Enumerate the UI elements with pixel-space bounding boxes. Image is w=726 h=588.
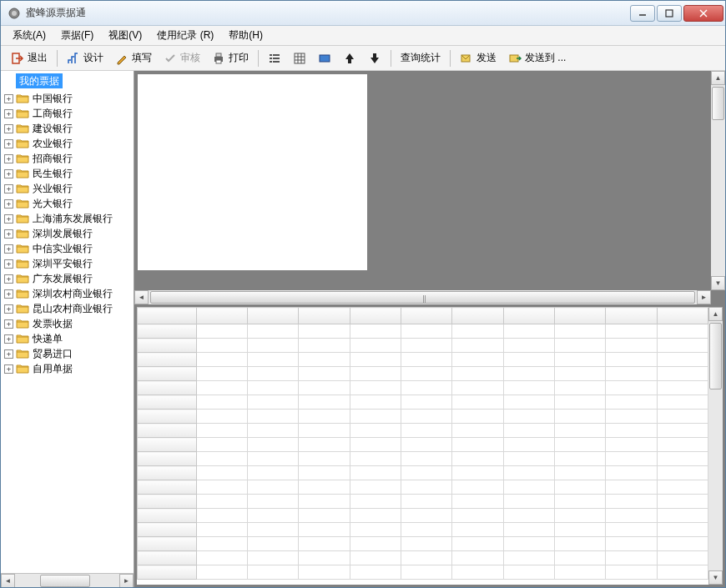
cell[interactable] bbox=[657, 466, 708, 480]
cell[interactable] bbox=[248, 565, 299, 580]
cell[interactable] bbox=[248, 339, 299, 353]
expand-icon[interactable]: + bbox=[4, 94, 13, 103]
cell[interactable] bbox=[350, 367, 401, 381]
expand-icon[interactable]: + bbox=[4, 319, 13, 329]
cell[interactable] bbox=[606, 353, 657, 367]
table-row[interactable] bbox=[138, 353, 708, 367]
expand-icon[interactable]: + bbox=[4, 214, 13, 224]
cell[interactable] bbox=[554, 537, 605, 551]
cell[interactable] bbox=[503, 565, 554, 580]
cell[interactable] bbox=[248, 424, 299, 438]
column-header[interactable] bbox=[138, 308, 197, 324]
column-header[interactable] bbox=[196, 308, 247, 324]
cell[interactable] bbox=[606, 537, 657, 551]
cell[interactable] bbox=[452, 424, 503, 438]
cell[interactable] bbox=[248, 367, 299, 381]
column-header[interactable] bbox=[401, 308, 452, 324]
cell[interactable] bbox=[196, 509, 247, 523]
cell[interactable] bbox=[138, 480, 197, 495]
cell[interactable] bbox=[503, 452, 554, 466]
cell[interactable] bbox=[350, 353, 401, 367]
table-row[interactable] bbox=[138, 466, 708, 480]
view-card-button[interactable] bbox=[313, 49, 336, 68]
cell[interactable] bbox=[196, 367, 247, 381]
cell[interactable] bbox=[606, 367, 657, 381]
expand-icon[interactable]: + bbox=[4, 289, 13, 299]
tree-node[interactable]: +招商银行 bbox=[3, 151, 132, 166]
cell[interactable] bbox=[554, 466, 605, 480]
cell[interactable] bbox=[299, 353, 350, 367]
cell[interactable] bbox=[503, 367, 554, 381]
cell[interactable] bbox=[196, 480, 247, 495]
table-row[interactable] bbox=[138, 339, 708, 353]
cell[interactable] bbox=[657, 339, 708, 353]
column-header[interactable] bbox=[554, 308, 605, 324]
cell[interactable] bbox=[452, 324, 503, 339]
cell[interactable] bbox=[350, 381, 401, 395]
cell[interactable] bbox=[606, 324, 657, 339]
cell[interactable] bbox=[452, 438, 503, 452]
view-list-button[interactable] bbox=[263, 49, 286, 68]
cell[interactable] bbox=[606, 565, 657, 580]
cell[interactable] bbox=[299, 480, 350, 495]
expand-icon[interactable]: + bbox=[4, 169, 13, 178]
cell[interactable] bbox=[138, 395, 197, 410]
cell[interactable] bbox=[299, 324, 350, 339]
cell[interactable] bbox=[401, 523, 452, 537]
menu-view[interactable]: 视图(V) bbox=[102, 27, 149, 44]
cell[interactable] bbox=[554, 424, 605, 438]
cell[interactable] bbox=[503, 509, 554, 523]
cell[interactable] bbox=[554, 353, 605, 367]
hscroll-thumb[interactable] bbox=[150, 291, 695, 304]
cell[interactable] bbox=[452, 339, 503, 353]
cell[interactable] bbox=[503, 353, 554, 367]
tree-node[interactable]: +快递单 bbox=[3, 331, 132, 346]
cell[interactable] bbox=[606, 523, 657, 537]
cell[interactable] bbox=[248, 381, 299, 395]
cell[interactable] bbox=[196, 353, 247, 367]
tree-node[interactable]: +发票收据 bbox=[3, 316, 132, 331]
expand-icon[interactable]: + bbox=[4, 304, 13, 314]
cell[interactable] bbox=[299, 537, 350, 551]
table-row[interactable] bbox=[138, 424, 708, 438]
tree-node[interactable]: +工商银行 bbox=[3, 106, 132, 121]
cell[interactable] bbox=[138, 537, 197, 551]
cell[interactable] bbox=[657, 523, 708, 537]
expand-icon[interactable]: + bbox=[4, 334, 13, 344]
cell[interactable] bbox=[138, 339, 197, 353]
cell[interactable] bbox=[606, 495, 657, 509]
table-row[interactable] bbox=[138, 438, 708, 452]
column-header[interactable] bbox=[657, 308, 708, 324]
cell[interactable] bbox=[299, 466, 350, 480]
expand-icon[interactable]: + bbox=[4, 364, 13, 374]
cell[interactable] bbox=[657, 565, 708, 580]
table-row[interactable] bbox=[138, 410, 708, 424]
tree-node[interactable]: +中信实业银行 bbox=[3, 241, 132, 256]
expand-icon[interactable]: + bbox=[4, 229, 13, 239]
cell[interactable] bbox=[138, 424, 197, 438]
cell[interactable] bbox=[554, 480, 605, 495]
cell[interactable] bbox=[299, 523, 350, 537]
tree-hscroll[interactable]: ◄ ► bbox=[1, 573, 134, 587]
cell[interactable] bbox=[554, 381, 605, 395]
cell[interactable] bbox=[554, 452, 605, 466]
cell[interactable] bbox=[196, 551, 247, 565]
cell[interactable] bbox=[452, 480, 503, 495]
cell[interactable] bbox=[657, 395, 708, 410]
sendto-button[interactable]: 发送到 ... bbox=[503, 48, 571, 68]
expand-icon[interactable]: + bbox=[4, 124, 13, 133]
tree-node[interactable]: +贸易进口 bbox=[3, 346, 132, 361]
cell[interactable] bbox=[554, 339, 605, 353]
cell[interactable] bbox=[401, 381, 452, 395]
table-row[interactable] bbox=[138, 509, 708, 523]
table-row[interactable] bbox=[138, 395, 708, 410]
cell[interactable] bbox=[503, 381, 554, 395]
cell[interactable] bbox=[350, 395, 401, 410]
cell[interactable] bbox=[138, 367, 197, 381]
cell[interactable] bbox=[248, 452, 299, 466]
cell[interactable] bbox=[350, 509, 401, 523]
cell[interactable] bbox=[657, 324, 708, 339]
cell[interactable] bbox=[657, 410, 708, 424]
column-header[interactable] bbox=[452, 308, 503, 324]
cell[interactable] bbox=[657, 424, 708, 438]
